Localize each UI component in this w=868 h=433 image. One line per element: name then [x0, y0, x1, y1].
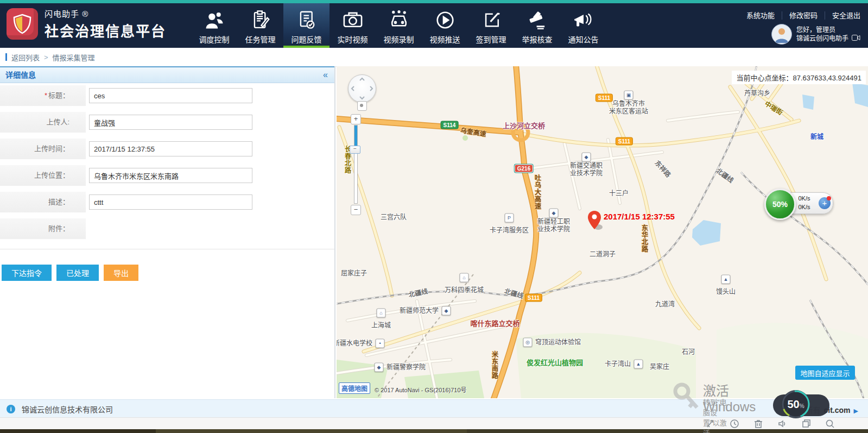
- brand-title: 社会治理信息平台: [45, 20, 166, 40]
- form-row: 上传人:: [0, 112, 334, 133]
- map-fit-button[interactable]: 地图自适应显示: [795, 366, 855, 380]
- car-icon: [389, 8, 409, 32]
- nav-item-视频录制[interactable]: 视频录制: [376, 3, 422, 48]
- header-link-修改密码[interactable]: 修改密码: [782, 11, 825, 20]
- info-icon: i: [7, 405, 15, 413]
- breadcrumb-separator: >: [44, 53, 48, 61]
- nav-item-label: 调度控制: [199, 34, 230, 45]
- nav-item-通知公告[interactable]: 通知公告: [560, 3, 606, 48]
- notification-dot: [827, 196, 831, 200]
- main-nav: 调度控制任务管理问题反馈实时视频视频录制视频推送签到管理举报核查通知公告: [191, 3, 606, 48]
- map-center-button[interactable]: [357, 101, 367, 111]
- amap-logo[interactable]: 高德地图: [339, 382, 370, 394]
- net-progress-unit: %: [800, 403, 804, 409]
- avatar[interactable]: [771, 24, 792, 45]
- nav-item-任务管理[interactable]: 任务管理: [237, 3, 283, 48]
- progress-badge[interactable]: 50%: [764, 189, 796, 220]
- field-label: 描述：: [0, 192, 86, 212]
- net-progress-circle[interactable]: 50%: [781, 389, 811, 419]
- form-row: 上传时间：: [0, 139, 334, 159]
- button-导出[interactable]: 导出: [104, 265, 138, 281]
- camera-icon: [343, 8, 363, 32]
- header-link-安全退出[interactable]: 安全退出: [825, 11, 860, 20]
- megaphone-icon: [573, 8, 594, 32]
- page: 闪电助手 ® 社会治理信息平台 调度控制任务管理问题反馈实时视频视频录制视频推送…: [0, 0, 868, 433]
- zoom-in-button[interactable]: +: [351, 114, 361, 124]
- nav-item-label: 签到管理: [476, 34, 506, 45]
- nav-item-label: 实时视频: [338, 34, 368, 45]
- breadcrumb-current: 情报采集管理: [53, 52, 95, 62]
- field-input[interactable]: [89, 194, 252, 210]
- nav-item-举报核查[interactable]: 举报核查: [514, 3, 560, 48]
- camera-icon: [852, 35, 860, 42]
- add-button[interactable]: +: [819, 197, 831, 209]
- field-label: 上传人:: [0, 112, 86, 133]
- map-marker-pin[interactable]: [588, 211, 604, 233]
- collapse-panel-icon[interactable]: «: [323, 67, 328, 82]
- nav-item-label: 通知公告: [568, 34, 599, 45]
- footer-company: 锦诚云创信息技术有限公司: [22, 404, 113, 415]
- footer-play-icon: ▶: [854, 407, 858, 415]
- panel-header: 详细信息 «: [0, 66, 334, 83]
- play-circle-icon: [435, 8, 455, 32]
- field-label: 附件：: [0, 218, 86, 239]
- breadcrumb: 返回列表 > 情报采集管理: [0, 48, 868, 67]
- gavel-icon: [527, 8, 548, 32]
- form-row: 附件：: [0, 218, 334, 239]
- field-input[interactable]: [89, 115, 252, 130]
- nav-item-label: 视频录制: [384, 34, 414, 45]
- browser-toolbar: [0, 417, 868, 430]
- field-input[interactable]: [89, 141, 252, 156]
- nav-item-实时视频[interactable]: 实时视频: [330, 3, 376, 48]
- map[interactable]: 芦草沟乡中瑞街新城乌鲁木齐市 米东区客运站▣S111上沙河立交桥S114乌奎高速…: [337, 66, 868, 398]
- doc-check-icon: [297, 8, 316, 32]
- field-label: 上传位置：: [0, 165, 86, 186]
- zoom-slider-handle[interactable]: −: [350, 146, 360, 154]
- action-buttons: 下达指令已处理导出: [2, 265, 334, 281]
- button-已处理[interactable]: 已处理: [56, 265, 99, 281]
- breadcrumb-back-link[interactable]: 返回列表: [11, 52, 40, 62]
- upload-speed: 0K/s: [799, 195, 810, 202]
- field-input[interactable]: [89, 88, 252, 103]
- footer: i 锦诚云创信息技术有限公司 版权所有cit.com▶: [0, 399, 868, 418]
- nav-item-label: 视频推送: [430, 34, 460, 45]
- search-icon[interactable]: [825, 418, 835, 429]
- breadcrumb-accent-bar: [5, 53, 7, 61]
- download-speed: 0K/s: [799, 204, 810, 210]
- map-center-coords: 当前中心点坐标：87.637633,43.924491: [732, 71, 866, 84]
- nav-item-问题反馈[interactable]: 问题反馈: [283, 3, 330, 48]
- download-speed-widget[interactable]: ↑0K/s ↓0K/s + 50%: [764, 191, 832, 214]
- map-pan-control[interactable]: [348, 74, 376, 103]
- speaker-icon[interactable]: [777, 418, 788, 429]
- map-copyright: © 2017 AutoNavi - GS(2016)710号: [375, 385, 467, 394]
- nav-item-label: 举报核查: [522, 34, 553, 45]
- nav-item-label: 问题反馈: [292, 34, 322, 45]
- detail-form: *标题：上传人:上传时间：上传位置：描述：附件：: [0, 83, 334, 239]
- window-icon[interactable]: [801, 418, 812, 429]
- greeting-line1: 您好，管理员: [796, 26, 860, 34]
- taskbar: [0, 429, 868, 433]
- nav-item-签到管理[interactable]: 签到管理: [468, 3, 514, 48]
- form-row: 上传位置：: [0, 165, 334, 186]
- form-row: *标题：: [0, 85, 334, 106]
- history-icon[interactable]: [729, 418, 740, 429]
- button-下达指令[interactable]: 下达指令: [2, 265, 52, 281]
- zoom-out-button[interactable]: −: [351, 205, 361, 215]
- field-label: *标题：: [0, 85, 86, 106]
- form-divider: [0, 249, 334, 249]
- net-progress-value: 50: [787, 398, 799, 410]
- field-label: 上传时间：: [0, 139, 86, 159]
- nav-item-调度控制[interactable]: 调度控制: [191, 3, 237, 48]
- edit-square-icon: [482, 8, 500, 32]
- header-link-系统功能[interactable]: 系统功能: [739, 11, 782, 20]
- field-input[interactable]: [89, 168, 252, 183]
- nav-item-视频推送[interactable]: 视频推送: [422, 3, 468, 48]
- zoom-slider-track[interactable]: [354, 125, 358, 204]
- app-header: 闪电助手 ® 社会治理信息平台 调度控制任务管理问题反馈实时视频视频录制视频推送…: [0, 3, 868, 48]
- nav-item-label: 任务管理: [245, 34, 276, 45]
- launcher-icon[interactable]: [705, 418, 716, 429]
- trash-icon[interactable]: [753, 418, 764, 429]
- brand: 闪电助手 ® 社会治理信息平台: [7, 8, 166, 40]
- detail-panel: 详细信息 « *标题：上传人:上传时间：上传位置：描述：附件： 下达指令已处理导…: [0, 66, 335, 398]
- people-icon: [204, 8, 225, 32]
